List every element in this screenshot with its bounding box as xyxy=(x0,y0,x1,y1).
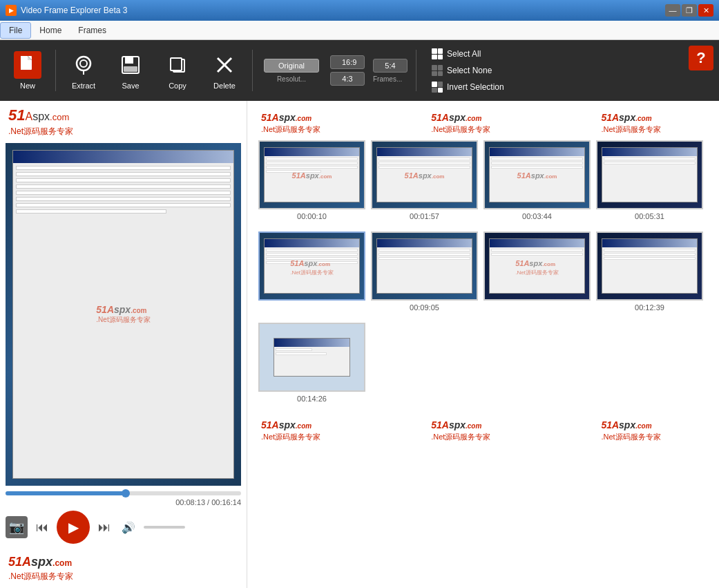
right-bottom-wm-2: 51 A spx .com .Net源码服务专家 xyxy=(431,419,490,442)
right-panel[interactable]: 51 A spx .com .Net源码服务专家 51 A spx .com .… xyxy=(247,101,719,588)
help-button[interactable]: ? xyxy=(689,46,713,70)
video-area: 51 A spx .com .Net源码服务专家 xyxy=(6,143,241,486)
volume-button[interactable]: 🔊 xyxy=(119,518,138,537)
menu-file[interactable]: File xyxy=(0,22,31,39)
close-button[interactable]: ✕ xyxy=(698,4,713,17)
volume-icon: 🔊 xyxy=(122,521,135,534)
invert-selection-icon xyxy=(432,82,443,93)
frame-item[interactable]: 51Aspx.com 00:01:57 xyxy=(371,140,478,220)
extract-button[interactable]: Extract xyxy=(61,44,106,97)
watermark-com: .com xyxy=(50,112,69,122)
maximize-button[interactable]: ❐ xyxy=(682,4,697,17)
extract-icon xyxy=(70,51,97,79)
next-button[interactable]: ⏭ xyxy=(95,518,113,538)
right-wm-3-slogan: .Net源码服务专家 xyxy=(601,124,660,135)
right-bottom-wm-1: 51 A spx .com .Net源码服务专家 xyxy=(261,419,320,442)
frame-item[interactable]: 00:12:39 xyxy=(596,231,703,312)
frame-item[interactable]: 51Aspx.com .Net源码服务专家 xyxy=(483,231,591,312)
new-label: New xyxy=(20,82,35,90)
frame-timestamp: 00:01:57 xyxy=(410,212,439,220)
right-bottom-wm-1-slogan: .Net源码服务专家 xyxy=(261,432,320,442)
frame-item[interactable]: 51Aspx.com .Net源码服务专家 xyxy=(258,231,365,312)
svg-point-5 xyxy=(80,60,87,67)
minimize-button[interactable]: — xyxy=(665,4,680,17)
invert-selection-button[interactable]: Invert Selection xyxy=(428,79,508,95)
select-all-button[interactable]: Select All xyxy=(428,46,508,61)
right-wm-1: 51 A spx .com .Net源码服务专家 xyxy=(261,112,320,135)
progress-bar-container[interactable] xyxy=(0,489,247,497)
frame-thumb: 51Aspx.com .Net源码服务专家 xyxy=(483,231,591,301)
copy-label: Copy xyxy=(169,82,186,90)
main-content: 51 A spx .com .Net源码服务专家 xyxy=(0,101,719,588)
ratio-54-button[interactable]: 5:4 xyxy=(373,59,408,73)
frame-timestamp: 00:03:44 xyxy=(522,212,552,220)
copy-button[interactable]: Copy xyxy=(155,44,200,97)
new-icon xyxy=(14,51,41,79)
select-all-label: Select All xyxy=(447,49,481,59)
svg-point-4 xyxy=(77,57,90,70)
menu-home[interactable]: Home xyxy=(31,23,70,38)
svg-rect-9 xyxy=(124,66,137,72)
frame-timestamp: 00:00:10 xyxy=(297,212,327,220)
frame-item[interactable]: 00:05:31 xyxy=(596,140,703,220)
left-panel: 51 A spx .com .Net源码服务专家 xyxy=(0,101,247,588)
frame-thumb-selected: 51Aspx.com .Net源码服务专家 xyxy=(258,231,365,301)
resolution-group: Original Resolut... xyxy=(264,59,319,83)
snapshot-button[interactable]: 📷 xyxy=(6,516,28,538)
ratio-169-button[interactable]: 16:9 xyxy=(330,55,365,69)
frame-thumb xyxy=(371,231,478,301)
delete-button[interactable]: Delete xyxy=(202,44,247,97)
app-icon: ▶ xyxy=(6,5,17,16)
prev-button[interactable]: ⏮ xyxy=(33,518,51,538)
ratio-43-button[interactable]: 4:3 xyxy=(330,72,365,86)
menu-bar: File Home Frames xyxy=(0,21,719,40)
left-bottom-watermarks: 51 A spx .com .Net源码服务专家 xyxy=(0,549,247,588)
playback-controls: 📷 ⏮ ▶ ⏭ 🔊 xyxy=(0,508,247,549)
progress-thumb xyxy=(122,489,130,497)
original-button[interactable]: Original xyxy=(264,59,319,73)
save-button[interactable]: Save xyxy=(108,44,153,97)
title-controls: — ❐ ✕ xyxy=(665,4,713,17)
frame-thumb: 51Aspx.com xyxy=(258,140,365,209)
watermark-spx: spx xyxy=(32,111,50,123)
svg-rect-3 xyxy=(21,56,28,70)
right-bottom-wm-2-slogan: .Net源码服务专家 xyxy=(431,432,490,442)
video-window-body xyxy=(13,163,233,478)
progress-track[interactable] xyxy=(6,491,241,495)
right-top-watermarks: 51 A spx .com .Net源码服务专家 51 A spx .com .… xyxy=(253,106,713,135)
right-wm-3: 51 A spx .com .Net源码服务专家 xyxy=(601,112,660,135)
play-button[interactable]: ▶ xyxy=(57,511,90,544)
select-none-button[interactable]: Select None xyxy=(428,63,508,78)
frame-item[interactable]: 00:14:26 xyxy=(258,323,365,403)
select-group: Select All Select None Invert Selection xyxy=(428,46,508,95)
frame-timestamp: 00:05:31 xyxy=(635,212,664,220)
left-bottom-slogan: .Net源码服务专家 xyxy=(8,571,238,582)
extract-label: Extract xyxy=(72,82,95,90)
frames-row-3: 00:14:26 xyxy=(253,317,713,408)
play-icon: ▶ xyxy=(68,519,79,535)
prev-icon: ⏮ xyxy=(36,520,48,535)
right-wm-2-slogan: .Net源码服务专家 xyxy=(431,124,490,135)
right-wm-2: 51 A spx .com .Net源码服务专家 xyxy=(431,112,490,135)
resolution-label: Resolut... xyxy=(277,75,306,83)
menu-frames[interactable]: Frames xyxy=(70,23,115,38)
video-screen[interactable]: 51 A spx .com .Net源码服务专家 xyxy=(6,143,241,486)
frame-item[interactable]: 51Aspx.com 00:00:10 xyxy=(258,140,365,220)
volume-slider[interactable] xyxy=(144,526,185,529)
select-none-icon xyxy=(432,65,443,76)
frame-timestamp: 00:14:26 xyxy=(297,395,327,403)
frame-item[interactable]: 51Aspx.com 00:03:44 xyxy=(483,140,591,220)
frame-thumb: 51Aspx.com xyxy=(371,140,478,209)
frame-timestamp: 00:12:39 xyxy=(635,303,664,312)
left-watermark-slogan: .Net源码服务专家 xyxy=(8,126,238,137)
right-bottom-wm-3: 51 A spx .com .Net源码服务专家 xyxy=(601,419,660,442)
left-watermark: 51 A spx .com xyxy=(8,106,238,124)
svg-rect-11 xyxy=(171,58,182,70)
frame-item[interactable]: 00:09:05 xyxy=(371,231,478,312)
app-title: Video Frame Explorer Beta 3 xyxy=(21,6,128,15)
title-bar-left: ▶ Video Frame Explorer Beta 3 xyxy=(6,5,128,16)
time-display: 00:08:13 / 00:16:14 xyxy=(0,497,247,508)
separator-3 xyxy=(416,50,416,91)
new-button[interactable]: New xyxy=(6,44,50,97)
delete-label: Delete xyxy=(213,82,236,90)
